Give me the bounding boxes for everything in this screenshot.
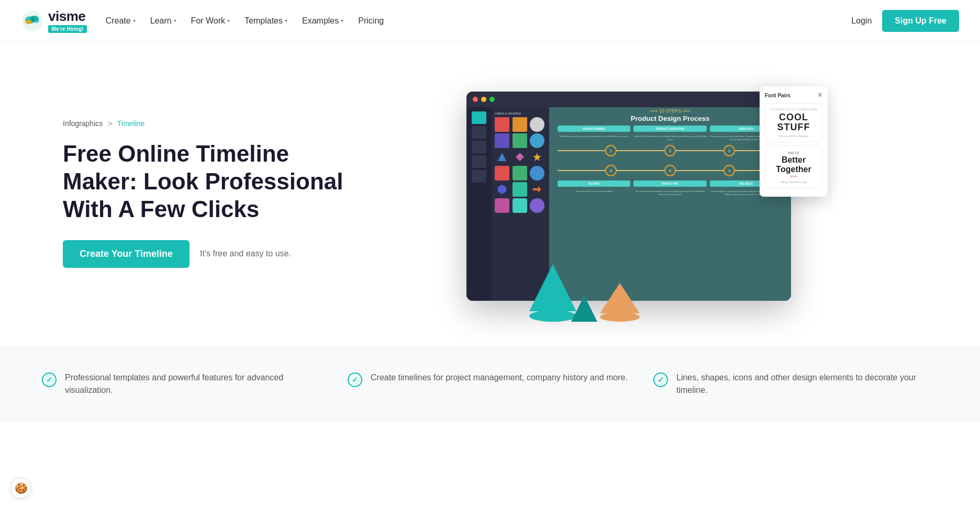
- svg-marker-10: [533, 186, 541, 193]
- timeline-line: [617, 170, 664, 171]
- timeline-row-top: 1 2 3: [549, 141, 791, 161]
- hero-title: Free Online Timeline Maker: Look Profess…: [63, 140, 351, 223]
- feature-check-icon-2: ✓: [348, 372, 362, 387]
- tl-circle-5: 5: [664, 165, 676, 176]
- nav-pricing[interactable]: Pricing: [358, 16, 384, 26]
- font-together-text: Better Together: [769, 155, 819, 174]
- timeline-row-bottom: 6 5 4: [549, 161, 791, 180]
- nav-left: visme We're Hiring! Create ▾ Learn ▾ For…: [21, 8, 384, 33]
- window-close-dot: [473, 97, 478, 102]
- window-maximize-dot: [489, 97, 495, 102]
- logo-text: visme We're Hiring!: [48, 8, 87, 33]
- nav-right: Login Sign Up Free: [851, 10, 959, 32]
- tl-circle-4: 4: [723, 165, 735, 176]
- login-button[interactable]: Login: [851, 16, 872, 26]
- feature-check-icon-3: ✓: [653, 372, 668, 387]
- shape-triangle-blue[interactable]: [495, 150, 509, 164]
- canvas-title: Product Design Process: [549, 115, 791, 126]
- breadcrumb: Infographics > Timeline: [63, 119, 351, 128]
- sidebar-text-icon[interactable]: [472, 126, 486, 139]
- cone-teal-shape: [529, 264, 576, 311]
- tl-desc-2: Create a brief that outlines your though…: [633, 135, 706, 141]
- cone-small-group: [571, 296, 597, 322]
- nav-examples[interactable]: Examples ▾: [302, 16, 343, 26]
- shape-purple[interactable]: [495, 133, 509, 148]
- sidebar-media-icon[interactable]: [472, 141, 486, 153]
- font-option-cool[interactable]: YOU WANTED TO SHARE SOME COOL STUFF You …: [765, 103, 822, 142]
- nav-create[interactable]: Create ▾: [106, 16, 136, 26]
- breadcrumb-separator: >: [108, 119, 112, 128]
- timeline-top-boxes: BRAINSTORMING PRODUCT DEFINITION RESEARC…: [549, 126, 791, 135]
- chevron-down-icon: ▾: [133, 18, 136, 24]
- shape-teal[interactable]: [513, 182, 527, 197]
- sidebar-shapes-icon[interactable]: [472, 111, 486, 124]
- hero-content: Infographics > Timeline Free Online Time…: [63, 119, 351, 267]
- logo[interactable]: visme We're Hiring!: [21, 8, 87, 33]
- font-tagline2: Happy Valentine's Day: [769, 180, 819, 184]
- shapes-grid: [495, 117, 546, 213]
- signup-button[interactable]: Sign Up Free: [882, 10, 959, 32]
- tl-box-1: BRAINSTORMING: [558, 126, 630, 132]
- feature-item-3: ✓ Lines, shapes, icons and other design …: [653, 371, 938, 397]
- cone-teal-base: [529, 310, 576, 322]
- nav-templates[interactable]: Templates ▾: [244, 16, 287, 26]
- breadcrumb-current: Timeline: [117, 119, 144, 128]
- shape-arrow[interactable]: [530, 182, 544, 197]
- font-tagline1: You can add an animation: [769, 134, 819, 138]
- breadcrumb-parent[interactable]: Infographics: [63, 119, 103, 128]
- shape-green2[interactable]: [513, 166, 527, 180]
- cone-teal-group: [529, 264, 576, 322]
- feature-item-1: ✓ Professional templates and powerful fe…: [42, 371, 327, 397]
- shape-red2[interactable]: [495, 166, 509, 180]
- shape-diamond[interactable]: [513, 150, 527, 164]
- tl-circle-1: 1: [605, 145, 617, 156]
- shape-star[interactable]: [530, 150, 544, 164]
- svg-point-5: [34, 19, 39, 22]
- screen-topbar: [466, 92, 791, 107]
- shape-circle-gray[interactable]: [530, 117, 544, 132]
- sidebar-chart-icon[interactable]: [472, 155, 486, 168]
- navbar: visme We're Hiring! Create ▾ Learn ▾ For…: [0, 0, 980, 42]
- timeline-line: [617, 150, 664, 151]
- tl-circle-2: 2: [664, 145, 676, 156]
- font-panel-header: Font Pairs ✕: [765, 92, 822, 99]
- svg-marker-6: [498, 153, 506, 161]
- tl-circle-3: 3: [723, 145, 735, 156]
- nav-links: Create ▾ Learn ▾ For Work ▾ Templates ▾ …: [106, 16, 384, 26]
- font-pairs-panel: Font Pairs ✕ YOU WANTED TO SHARE SOME CO…: [760, 86, 828, 197]
- svg-marker-8: [533, 153, 541, 161]
- sidebar-bg-icon[interactable]: [472, 170, 486, 183]
- chevron-down-icon: ▾: [227, 18, 230, 24]
- create-timeline-button[interactable]: Create Your Timeline: [63, 240, 190, 268]
- nav-learn[interactable]: Learn ▾: [150, 16, 176, 26]
- cone-orange-group: [600, 283, 640, 322]
- shape-purple2[interactable]: [530, 198, 544, 213]
- cone-orange-shape: [600, 283, 640, 313]
- shape-red[interactable]: [495, 117, 509, 132]
- svg-point-3: [34, 16, 37, 19]
- shape-circle-blue[interactable]: [530, 133, 544, 148]
- font-option-together[interactable]: we're Better Together ♥♥♥ Happy Valentin…: [765, 145, 822, 188]
- hero-section: Infographics > Timeline Free Online Time…: [0, 42, 980, 345]
- tl-circle-6: 6: [605, 165, 617, 176]
- feature-text-2: Create timelines for project management,…: [371, 371, 628, 384]
- chevron-down-icon: ▾: [285, 18, 287, 24]
- shape-circle2[interactable]: [530, 166, 544, 180]
- check-mark-2: ✓: [352, 376, 358, 384]
- tl-desc-5: It is a practical representation of your…: [633, 190, 706, 196]
- feature-check-icon-1: ✓: [42, 372, 57, 387]
- nav-forwork[interactable]: For Work ▾: [191, 16, 230, 26]
- shape-green[interactable]: [513, 133, 527, 148]
- shape-hex[interactable]: [495, 182, 509, 197]
- shape-cyan[interactable]: [513, 198, 527, 213]
- cone-decoration: [529, 264, 640, 322]
- tl-desc-4: Test your product in real world situatio…: [558, 190, 630, 196]
- shape-orange[interactable]: [513, 117, 527, 132]
- timeline-line: [676, 150, 723, 151]
- shapes-label: LINES & SHAPES: [495, 110, 546, 117]
- chevron-down-icon: ▾: [174, 18, 176, 24]
- shape-pink[interactable]: [495, 198, 509, 213]
- font-panel-close[interactable]: ✕: [817, 92, 822, 99]
- logo-bird-icon: [21, 9, 44, 32]
- font-panel-title: Font Pairs: [765, 93, 790, 98]
